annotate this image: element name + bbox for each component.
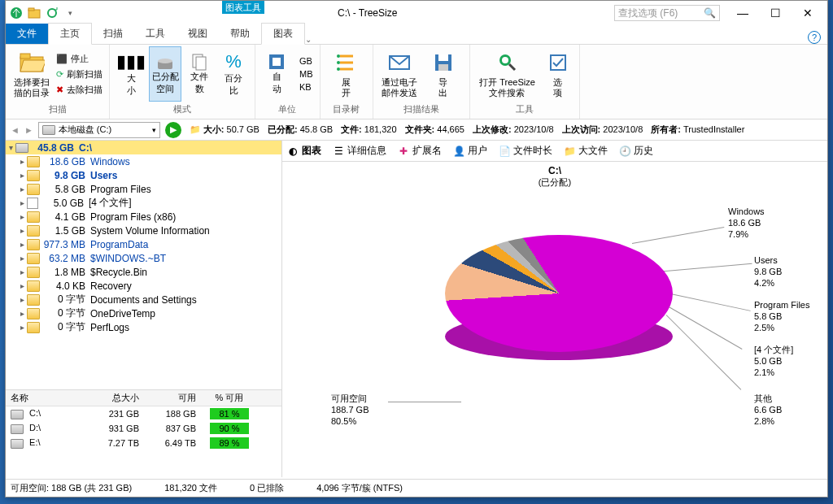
tab-chart[interactable]: 图表 bbox=[261, 23, 305, 45]
app-window: ▾ 图表工具 C:\ - TreeSize 查找选项 (F6) 🔍 — ☐ ✕ … bbox=[5, 0, 828, 497]
svg-rect-17 bbox=[438, 54, 448, 61]
info-size: 📁 大小: 50.7 GB bbox=[190, 124, 259, 136]
list-icon: ☰ bbox=[333, 146, 344, 157]
col-name[interactable]: 名称 bbox=[6, 390, 87, 406]
file-search-button[interactable]: 打开 TreeSize 文件搜索 bbox=[475, 46, 540, 102]
info-owner: 所有者: TrustedInstaller bbox=[651, 124, 744, 136]
tab-scan[interactable]: 扫描 bbox=[92, 24, 134, 44]
play-button[interactable]: ▶ bbox=[165, 122, 181, 138]
email-button[interactable]: 通过电子邮件发送 bbox=[378, 46, 421, 102]
ribbon-group-tree: 目录树 bbox=[325, 102, 368, 117]
tree-panel: ▾ 45.8 GBC:\ ▸ 18.6 GB Windows ▸ 9.8 GB … bbox=[6, 141, 282, 477]
unit-mb-button[interactable]: MB bbox=[298, 68, 315, 80]
user-icon: 👤 bbox=[453, 146, 464, 157]
mode-size-button[interactable]: ▮▮▮大小 bbox=[115, 46, 147, 102]
rtab-chart[interactable]: ◐图表 bbox=[287, 144, 321, 158]
tab-home[interactable]: 主页 bbox=[48, 23, 92, 45]
tree-row[interactable]: ▸ 9.8 GB Users bbox=[6, 168, 281, 182]
info-allocated: 已分配: 45.8 GB bbox=[268, 124, 333, 136]
forward-icon[interactable]: ► bbox=[24, 125, 33, 135]
ribbon-group-scan: 扫描 bbox=[11, 102, 104, 117]
ribbon-group-mode: 模式 bbox=[115, 102, 250, 117]
directory-tree[interactable]: ▾ 45.8 GBC:\ ▸ 18.6 GB Windows ▸ 9.8 GB … bbox=[6, 141, 281, 389]
titlebar: ▾ 图表工具 C:\ - TreeSize 查找选项 (F6) 🔍 — ☐ ✕ bbox=[6, 1, 827, 25]
mail-icon bbox=[386, 50, 412, 76]
expand-button[interactable]: 展开 bbox=[325, 46, 368, 102]
mode-files-button[interactable]: 文件数 bbox=[183, 46, 216, 102]
tree-row[interactable]: ▸ 5.8 GB Program Files bbox=[6, 182, 281, 196]
maximize-button[interactable]: ☐ bbox=[759, 2, 792, 24]
pie-chart[interactable] bbox=[445, 235, 673, 463]
tab-file[interactable]: 文件 bbox=[6, 24, 48, 44]
tree-row[interactable]: ▸ 1.8 MB $Recycle.Bin bbox=[6, 265, 281, 279]
contextual-tab-label: 图表工具 bbox=[222, 1, 264, 14]
drive-select[interactable]: 本地磁盘 (C:) ▾ bbox=[38, 122, 160, 138]
stop-scan-button[interactable]: ⬛停止 bbox=[55, 52, 104, 66]
qat-open-icon[interactable] bbox=[27, 6, 41, 20]
tree-root[interactable]: ▾ 45.8 GBC:\ bbox=[6, 141, 281, 154]
tab-tools[interactable]: 工具 bbox=[134, 24, 177, 44]
tree-row[interactable]: ▸ 5.0 GB [4 个文件] bbox=[6, 196, 281, 210]
tree-row[interactable]: ▸ 977.3 MB ProgramData bbox=[6, 237, 281, 251]
drive-row[interactable]: D:\ 931 GB837 GB 90 % bbox=[6, 421, 281, 436]
info-files: 文件: 181,320 bbox=[341, 124, 397, 136]
unit-kb-button[interactable]: KB bbox=[298, 81, 315, 93]
mode-percent-button[interactable]: %百分比 bbox=[217, 46, 250, 102]
rtab-details[interactable]: ☰详细信息 bbox=[333, 144, 386, 158]
svg-rect-18 bbox=[438, 64, 448, 71]
qat-refresh-icon[interactable] bbox=[45, 6, 59, 20]
back-icon[interactable]: ◄ bbox=[11, 125, 20, 135]
label-windows: Windows18.6 GB7.9% bbox=[728, 206, 765, 240]
rtab-age[interactable]: 📄文件时长 bbox=[499, 144, 552, 158]
auto-icon bbox=[268, 53, 286, 71]
search-input[interactable]: 查找选项 (F6) 🔍 bbox=[614, 5, 720, 21]
rtab-history[interactable]: 🕘历史 bbox=[619, 144, 653, 158]
bars-icon: ▮▮▮ bbox=[116, 51, 146, 72]
unit-gb-button[interactable]: GB bbox=[298, 55, 315, 67]
label-files4: [4 个文件]5.0 GB2.1% bbox=[754, 345, 793, 378]
drive-row[interactable]: C:\ 231 GB188 GB 81 % bbox=[6, 406, 281, 421]
options-button[interactable]: 选项 bbox=[542, 46, 574, 102]
col-total[interactable]: 总大小 bbox=[87, 390, 144, 406]
drive-row[interactable]: E:\ 7.27 TB6.49 TB 89 % bbox=[6, 436, 281, 450]
tab-view[interactable]: 视图 bbox=[177, 24, 219, 44]
rtab-extensions[interactable]: ✚扩展名 bbox=[398, 144, 442, 158]
collapse-ribbon-icon[interactable]: ⌄ bbox=[305, 35, 312, 44]
svg-point-13 bbox=[337, 61, 340, 64]
minimize-button[interactable]: — bbox=[726, 2, 759, 24]
status-excluded: 0 已排除 bbox=[250, 482, 284, 494]
expand-icon bbox=[334, 50, 360, 76]
close-button[interactable]: ✕ bbox=[792, 2, 824, 24]
tree-row[interactable]: ▸ 1.5 GB System Volume Information bbox=[6, 224, 281, 237]
ribbon-group-unit: 单位 bbox=[260, 102, 315, 117]
rtab-bigfiles[interactable]: 📁大文件 bbox=[564, 144, 608, 158]
tab-help[interactable]: 帮助 bbox=[219, 24, 261, 44]
search-placeholder: 查找选项 (F6) bbox=[618, 7, 678, 20]
unit-auto-button[interactable]: 自动 bbox=[260, 46, 293, 102]
remove-scan-button[interactable]: ✖去除扫描 bbox=[55, 83, 104, 97]
refresh-scan-button[interactable]: ⟳刷新扫描 bbox=[55, 67, 104, 81]
info-dirs: 文件夹: 44,665 bbox=[405, 124, 464, 136]
col-avail[interactable]: 可用 bbox=[144, 390, 201, 406]
mode-allocated-button[interactable]: 已分配空间 bbox=[149, 46, 181, 102]
help-icon[interactable]: ? bbox=[808, 31, 821, 44]
svg-point-14 bbox=[337, 67, 340, 71]
tree-row[interactable]: ▸ 18.6 GB Windows bbox=[6, 154, 281, 168]
col-pct[interactable]: % 可用 bbox=[201, 390, 258, 406]
tree-row[interactable]: ▸ 0 字节 OneDriveTemp bbox=[6, 306, 281, 320]
bigfile-icon: 📁 bbox=[564, 146, 575, 157]
rtab-users[interactable]: 👤用户 bbox=[453, 144, 487, 158]
qat-dropdown-icon[interactable]: ▾ bbox=[63, 6, 77, 20]
tree-row[interactable]: ▸ 63.2 MB $WINDOWS.~BT bbox=[6, 251, 281, 265]
label-free: 可用空间188.7 GB80.5% bbox=[331, 393, 369, 427]
select-dir-button[interactable]: 选择要扫描的目录 bbox=[11, 46, 53, 102]
folder-open-icon bbox=[19, 50, 45, 76]
tree-row[interactable]: ▸ 4.1 GB Program Files (x86) bbox=[6, 210, 281, 224]
export-button[interactable]: 导出 bbox=[422, 46, 464, 102]
tree-row[interactable]: ▸ 4.0 KB Recovery bbox=[6, 279, 281, 293]
svg-rect-22 bbox=[551, 55, 565, 70]
tree-row[interactable]: ▸ 0 字节 PerfLogs bbox=[6, 320, 281, 334]
tree-row[interactable]: ▸ 0 字节 Documents and Settings bbox=[6, 293, 281, 306]
svg-rect-11 bbox=[273, 58, 281, 66]
ribbon-group-results: 扫描结果 bbox=[378, 102, 464, 117]
